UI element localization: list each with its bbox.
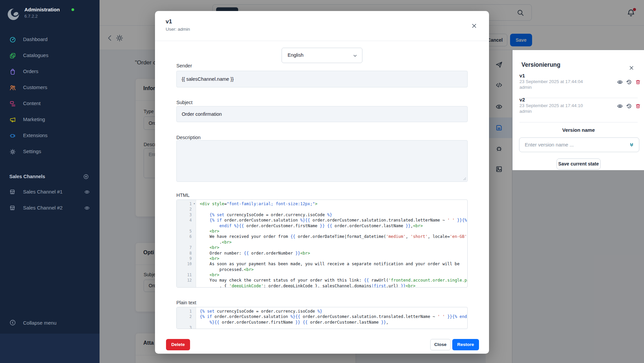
code-line: 9 <br>	[177, 256, 467, 261]
version-name-input[interactable]: Enter version name ...	[519, 137, 639, 152]
delete-version-icon[interactable]	[635, 103, 641, 109]
code-line: endif %}{{ order.orderCustomer.firstName…	[177, 223, 467, 229]
shopware-logo	[7, 8, 20, 22]
sidebar-item-label: Extensions	[23, 132, 47, 138]
preview-version-icon[interactable]	[617, 103, 623, 109]
catalogues-icon	[9, 52, 16, 59]
code-line: 3 {% set currencyIsoCode = order.currenc…	[177, 212, 467, 218]
description-textarea[interactable]	[176, 140, 468, 182]
version-user: admin	[519, 109, 532, 114]
user-section[interactable]: A admin Administrator	[0, 334, 100, 363]
save-current-state-button[interactable]: Save current state	[556, 158, 601, 169]
version-name-label: Version name	[513, 127, 644, 133]
code-line: .<br>	[177, 240, 467, 245]
sidebar-item-label: Dashboard	[23, 36, 47, 42]
channel-label: Sales Channel #1	[23, 189, 62, 195]
code-line: 1{% set currencyIsoCode = order.currency…	[177, 309, 467, 314]
sidebar-item-sales-channel-1[interactable]: Sales Channel #1	[0, 184, 100, 200]
sidebar-item-label: Settings	[23, 148, 41, 154]
restore-version-icon[interactable]	[626, 103, 632, 109]
marketing-icon	[9, 116, 16, 123]
sidebar-item-settings[interactable]: Settings	[0, 144, 100, 160]
language-select[interactable]: English	[282, 48, 362, 63]
collapse-label: Collapse menu	[23, 320, 56, 326]
sidebar-item-extensions[interactable]: Extensions	[0, 128, 100, 144]
online-status-dot	[71, 8, 74, 11]
code-line: 10 As soon as your payment has been made…	[177, 261, 467, 267]
version-name: v1	[519, 73, 525, 78]
sidebar-item-content[interactable]: Content	[0, 96, 100, 112]
versioning-panel: Versionierung v123 September 2025 at 17:…	[512, 50, 644, 170]
sales-channels-label: Sales Channels	[9, 174, 45, 179]
subject-input[interactable]: Order confirmation	[176, 106, 468, 122]
version-entry-v2: v223 September 2025 at 17:44:10admin	[513, 97, 644, 121]
sidebar-item-catalogues[interactable]: Catalogues	[0, 48, 100, 64]
sidebar-item-label: Content	[23, 100, 41, 106]
screen: Administration 6.7.2.2 DashboardCatalogu…	[0, 0, 644, 363]
sidebar-item-sales-channel-2[interactable]: Sales Channel #2	[0, 200, 100, 216]
sidebar-item-dashboard[interactable]: Dashboard	[0, 32, 100, 48]
code-line: 6 We have received your order from {{ or…	[177, 234, 467, 239]
variables-icon[interactable]	[629, 142, 634, 147]
sidebar-menu: DashboardCataloguesOrdersCustomersConten…	[0, 32, 100, 160]
settings-icon	[9, 148, 16, 155]
plain-text-editor[interactable]: 1{% set currencyIsoCode = order.currency…	[176, 307, 468, 329]
modal-title: v1	[166, 18, 172, 25]
resize-grip-icon[interactable]	[463, 177, 466, 180]
app-title: Administration	[24, 7, 60, 12]
eye-icon[interactable]	[84, 189, 90, 195]
delete-button[interactable]: Delete	[166, 339, 190, 350]
modal-subtitle: User: admin	[166, 27, 190, 32]
code-line: 4 {% if order.orderCustomer.salutation %…	[177, 218, 467, 223]
collapse-icon	[9, 319, 16, 326]
delete-version-icon[interactable]	[635, 79, 641, 85]
sales-channels-header: Sales Channels	[0, 172, 100, 182]
extensions-icon	[9, 132, 16, 139]
close-icon[interactable]	[471, 23, 477, 29]
app-version: 6.7.2.2	[24, 14, 38, 19]
subject-label: Subject	[176, 100, 192, 105]
restore-version-icon[interactable]	[626, 79, 632, 85]
panel-title: Versionierung	[521, 61, 560, 68]
code-line: 2{% if order.orderCustomer.salutation %}…	[177, 314, 467, 319]
sender-label: Sender	[176, 63, 192, 68]
modal-footer: Delete Close Restore	[155, 334, 489, 354]
sidebar-item-orders[interactable]: Orders	[0, 64, 100, 80]
storefront-icon	[9, 189, 15, 195]
chevron-down-icon	[353, 53, 357, 58]
code-line: 3	[177, 325, 467, 329]
close-icon[interactable]	[629, 65, 634, 70]
sender-input[interactable]: {{ salesChannel.name }}	[176, 71, 468, 87]
code-line: 2	[177, 207, 467, 212]
add-sales-channel-icon[interactable]	[83, 174, 89, 179]
preview-version-icon[interactable]	[617, 79, 623, 85]
close-button[interactable]: Close	[430, 339, 451, 350]
version-date: 23 September 2025 at 17:44:10	[519, 103, 583, 108]
sidebar-item-label: Orders	[23, 68, 38, 74]
description-label: Description	[176, 135, 201, 140]
code-line: 12 You may check the current status of y…	[177, 278, 467, 283]
dashboard-icon	[9, 36, 16, 43]
sidebar-item-customers[interactable]: Customers	[0, 80, 100, 96]
customers-icon	[9, 84, 16, 91]
html-code-editor[interactable]: 1▾<div style="font-family:arial; font-si…	[176, 200, 468, 288]
version-detail-modal: v1 User: admin English Sender {{ salesCh…	[155, 11, 489, 354]
html-label: HTML	[176, 193, 189, 198]
sales-channels-list: Sales Channel #1Sales Channel #2	[0, 184, 100, 216]
version-user: admin	[519, 85, 532, 90]
version-date: 23 September 2025 at 17:44:04	[519, 79, 583, 84]
restore-button[interactable]: Restore	[452, 339, 479, 350]
divider	[519, 122, 638, 122]
language-value: English	[288, 52, 304, 58]
modal-header-divider	[155, 41, 489, 41]
channel-label: Sales Channel #2	[23, 205, 62, 211]
sidebar: Administration 6.7.2.2 DashboardCatalogu…	[0, 0, 100, 363]
collapse-menu-button[interactable]: Collapse menu	[0, 316, 100, 330]
eye-icon[interactable]	[84, 205, 90, 211]
version-entry-v1: v123 September 2025 at 17:44:04admin	[513, 73, 644, 97]
sidebar-item-marketing[interactable]: Marketing	[0, 112, 100, 128]
sidebar-item-label: Marketing	[23, 116, 45, 122]
sidebar-item-label: Catalogues	[23, 52, 48, 58]
code-line: 8 Order number: {{ order.orderNumber }}<…	[177, 251, 467, 256]
content-icon	[9, 100, 16, 107]
